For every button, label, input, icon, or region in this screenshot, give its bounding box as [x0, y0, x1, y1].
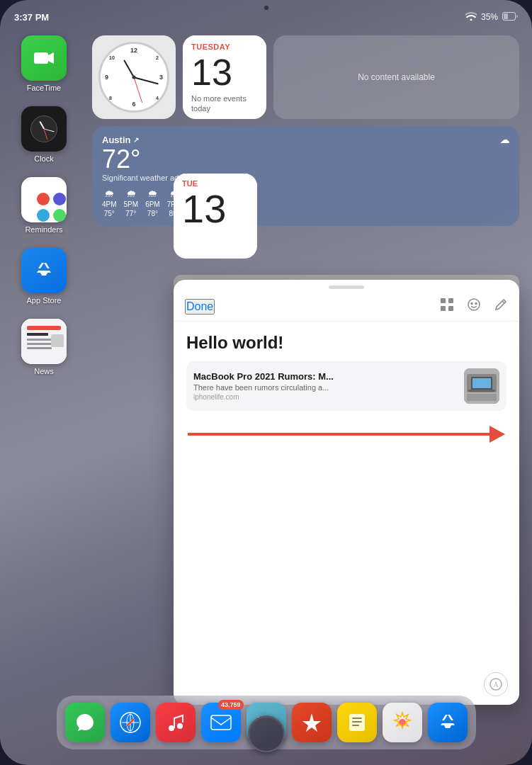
appstore-label: App Store	[27, 296, 62, 305]
hour-temp-2: 78°	[147, 210, 158, 217]
news-icon	[21, 319, 67, 364]
home-button[interactable]	[248, 715, 285, 752]
svg-rect-11	[27, 347, 52, 349]
no-content-text: No content available	[358, 72, 435, 82]
arrow-head	[489, 426, 505, 443]
hour-icon-1: 🌧	[126, 188, 136, 199]
dock-app-music[interactable]	[156, 703, 196, 742]
mail-badge: 43,759	[218, 700, 244, 710]
note-link-text-block: MacBook Pro 2021 Rumors: M... There have…	[193, 371, 457, 401]
note-toolbar: Done	[174, 289, 519, 322]
app-item-reminders[interactable]: Reminders	[21, 177, 67, 234]
svg-rect-40	[352, 721, 362, 722]
reminders-label: Reminders	[25, 225, 62, 234]
weather-city: Austin ↗ ☁	[102, 135, 509, 145]
dock-app-notes[interactable]	[337, 703, 377, 742]
svg-rect-8	[27, 333, 48, 336]
widget-row-1: 12 3 6 9 2 4 8 10 TUESDAY 13	[92, 35, 519, 119]
emoji-icon[interactable]	[467, 298, 481, 315]
cal-day-number: 13	[183, 54, 266, 91]
svg-point-35	[177, 723, 183, 729]
svg-rect-25	[468, 390, 495, 392]
arrow-line	[188, 433, 489, 436]
svg-rect-7	[27, 326, 61, 330]
clock-face: 12 3 6 9 2 4 8 10	[98, 42, 169, 113]
svg-marker-37	[302, 713, 321, 732]
dock-app-appstore-2[interactable]	[428, 703, 468, 742]
note-title: Hello world!	[186, 333, 506, 353]
svg-rect-24	[472, 378, 491, 388]
calendar-widget-large[interactable]: TUE 13	[174, 174, 257, 259]
svg-rect-16	[448, 306, 453, 311]
svg-point-17	[468, 299, 480, 310]
hour-temp-0: 75°	[104, 210, 115, 217]
svg-rect-1	[504, 13, 508, 19]
note-link-description: There have been rumors circulating a...	[193, 383, 457, 392]
minute-hand	[134, 76, 159, 84]
hour-temp-1: 77°	[125, 210, 136, 217]
status-bar: 3:37 PM 35%	[0, 8, 532, 26]
weather-temperature: 72°	[102, 145, 509, 174]
hour-icon-0: 🌧	[104, 188, 114, 199]
svg-rect-36	[211, 715, 231, 730]
svg-marker-4	[48, 52, 54, 64]
svg-rect-3	[34, 52, 48, 64]
weather-description: Significant weather advisory	[102, 174, 509, 182]
svg-point-34	[169, 725, 174, 731]
news-label: News	[34, 367, 54, 375]
app-item-news[interactable]: News	[21, 319, 67, 375]
svg-text:A: A	[493, 681, 499, 688]
gray-placeholder-widget[interactable]: No content available	[273, 35, 519, 119]
note-link-preview[interactable]: MacBook Pro 2021 Rumors: M... There have…	[186, 361, 506, 411]
status-right-icons: 35%	[465, 11, 518, 23]
note-content: Hello world! MacBook Pro 2021 Rumors: M.…	[174, 322, 519, 705]
svg-rect-13	[441, 298, 446, 303]
reminders-icon	[21, 177, 67, 222]
second-hand	[134, 77, 143, 103]
weather-widget[interactable]: Austin ↗ ☁ 72° Significant weather advis…	[92, 126, 519, 226]
dock-app-messages[interactable]	[65, 703, 105, 742]
dock-app-spark[interactable]	[292, 703, 332, 742]
svg-rect-15	[441, 306, 446, 311]
status-time: 3:37 PM	[14, 12, 49, 23]
svg-rect-41	[352, 725, 359, 726]
weather-hourly: 🌧 4PM 75° 🌧 5PM 77° 🌧 6PM 78° 🌧 7PM	[102, 188, 509, 217]
ipad-frame: 3:37 PM 35%	[0, 0, 532, 765]
clock-widget[interactable]: 12 3 6 9 2 4 8 10	[92, 35, 176, 119]
note-toolbar-icons	[440, 298, 508, 315]
appstore-icon	[21, 248, 67, 293]
dock-app-mail[interactable]: 43,759	[201, 703, 241, 742]
swipe-arrow	[188, 421, 505, 447]
app-item-clock[interactable]: Clock	[21, 106, 67, 163]
note-bottom-icon[interactable]: A	[484, 672, 508, 696]
facetime-label: FaceTime	[27, 84, 62, 92]
edit-icon[interactable]	[494, 298, 508, 315]
dock-app-photos[interactable]	[383, 703, 422, 742]
wifi-icon	[465, 12, 477, 23]
apps-column: FaceTime Clock	[21, 35, 67, 375]
dock-app-safari[interactable]	[111, 703, 150, 742]
facetime-icon	[21, 35, 67, 81]
note-link-thumbnail	[464, 368, 499, 404]
hour-icon-2: 🌧	[147, 188, 157, 199]
hour-time-1: 5PM	[124, 200, 139, 208]
battery-icon	[502, 11, 518, 23]
note-link-url: iphonelife.com	[193, 393, 457, 401]
cal-large-day-number: 13	[174, 189, 257, 229]
widgets-area: 12 3 6 9 2 4 8 10 TUESDAY 13	[92, 35, 519, 226]
hour-time-2: 6PM	[145, 200, 160, 208]
cal-events: No more events today	[183, 91, 266, 117]
note-link-title: MacBook Pro 2021 Rumors: M...	[193, 371, 457, 382]
hour-time-0: 4PM	[102, 200, 117, 208]
note-done-button[interactable]: Done	[185, 299, 215, 314]
app-item-appstore[interactable]: App Store	[21, 248, 67, 305]
battery-percent: 35%	[481, 12, 498, 22]
note-popup[interactable]: Done	[174, 280, 519, 705]
clock-icon	[21, 106, 67, 152]
svg-rect-22	[467, 394, 497, 401]
clock-label: Clock	[34, 154, 54, 163]
camera-dot	[264, 6, 268, 10]
calendar-widget-small[interactable]: TUESDAY 13 No more events today	[183, 35, 266, 119]
grid-icon[interactable]	[440, 298, 454, 315]
app-item-facetime[interactable]: FaceTime	[21, 35, 67, 92]
